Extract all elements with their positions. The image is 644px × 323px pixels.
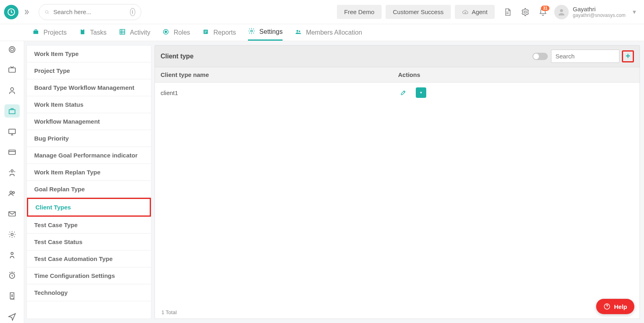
user-email: gayathri@snovasys.com — [573, 12, 625, 18]
svg-point-22 — [12, 191, 14, 193]
panel-title: Client type — [161, 53, 194, 60]
cell-name: client1 — [161, 89, 398, 96]
svg-rect-17 — [9, 110, 15, 114]
notifications-button[interactable]: 31 — [536, 5, 550, 19]
rail-settings[interactable] — [4, 228, 20, 241]
rail-mail[interactable] — [4, 207, 20, 220]
svg-point-11 — [297, 30, 299, 32]
gear-icon — [248, 27, 255, 36]
app-logo[interactable] — [4, 5, 19, 19]
nav-tabs: Projects Tasks Activity Roles Reports Se… — [0, 24, 644, 41]
clipboard-icon — [79, 28, 86, 37]
chevron-down-icon: ▾ — [633, 8, 636, 16]
side-client-types[interactable]: Client Types — [27, 198, 151, 217]
rail-tv[interactable] — [4, 63, 20, 77]
table-body: client1 1 Total — [155, 83, 640, 319]
user-menu[interactable]: Gayathri gayathri@snovasys.com ▾ — [554, 5, 636, 19]
rail-dashboard[interactable] — [4, 43, 20, 56]
panel-search-input[interactable] — [551, 50, 619, 63]
side-work-item-type[interactable]: Work Item Type — [27, 46, 151, 62]
people-icon — [295, 28, 302, 37]
side-time-config[interactable]: Time Configuration Settings — [27, 267, 151, 284]
global-search-input[interactable] — [54, 8, 130, 15]
tab-projects[interactable]: Projects — [32, 24, 67, 41]
settings-sidebar: Work Item Type Project Type Board Type W… — [27, 45, 151, 319]
nav-rail — [0, 41, 24, 323]
svg-rect-15 — [8, 68, 15, 72]
side-test-case-automation[interactable]: Test Case Automation Type — [27, 251, 151, 267]
side-board-type-workflow[interactable]: Board Type Workflow Management — [27, 79, 151, 96]
rail-monitor[interactable] — [4, 125, 20, 138]
svg-point-20 — [11, 170, 13, 172]
svg-point-14 — [10, 48, 13, 51]
tab-tasks[interactable]: Tasks — [79, 24, 107, 41]
rail-team[interactable] — [4, 186, 20, 200]
svg-point-8 — [165, 31, 167, 33]
help-button[interactable]: Help — [596, 299, 634, 314]
svg-rect-6 — [120, 29, 125, 34]
table-row: client1 — [155, 83, 640, 103]
rail-invoice[interactable] — [4, 289, 20, 302]
global-search[interactable]: i — [39, 4, 141, 20]
svg-point-16 — [10, 87, 13, 90]
rail-clock[interactable] — [4, 269, 20, 282]
svg-rect-18 — [8, 129, 15, 133]
total-count: 1 Total — [161, 309, 177, 315]
rail-card[interactable] — [4, 145, 20, 159]
target-icon — [162, 28, 169, 37]
cloud-upload-icon — [462, 9, 469, 15]
rail-profile[interactable] — [4, 248, 20, 261]
svg-point-2 — [524, 11, 526, 13]
tab-members-allocation[interactable]: Members Allocation — [295, 24, 362, 41]
side-test-case-type[interactable]: Test Case Type — [27, 217, 151, 234]
svg-point-25 — [11, 252, 13, 255]
tab-roles[interactable]: Roles — [162, 24, 190, 41]
customer-success-button[interactable]: Customer Success — [386, 5, 451, 19]
svg-point-3 — [560, 9, 563, 12]
rail-hr[interactable] — [4, 166, 20, 179]
svg-point-10 — [251, 30, 253, 32]
svg-point-1 — [45, 10, 48, 13]
svg-point-13 — [9, 46, 15, 52]
archive-button[interactable] — [416, 87, 426, 98]
svg-point-24 — [11, 233, 13, 236]
sidebar-toggle-icon[interactable] — [22, 7, 31, 17]
tab-reports[interactable]: Reports — [202, 24, 236, 41]
user-name: Gayathri — [573, 6, 625, 12]
rail-send[interactable] — [4, 310, 20, 323]
search-icon — [45, 8, 50, 16]
archived-toggle[interactable] — [533, 53, 548, 60]
side-work-item-status[interactable]: Work Item Status — [27, 96, 151, 113]
side-workflow-mgmt[interactable]: Workflow Management — [27, 113, 151, 130]
briefcase-icon — [32, 28, 39, 37]
side-test-case-status[interactable]: Test Case Status — [27, 234, 151, 251]
rail-user[interactable] — [4, 84, 20, 97]
side-technology[interactable]: Technology — [27, 284, 151, 301]
svg-rect-4 — [80, 29, 84, 34]
col-header-name: Client type name — [161, 71, 398, 78]
tab-activity[interactable]: Activity — [119, 24, 151, 41]
side-goal-perf[interactable]: Manage Goal Performance indicator — [27, 147, 151, 164]
tab-settings[interactable]: Settings — [248, 24, 283, 41]
side-bug-priority[interactable]: Bug Priority — [27, 130, 151, 147]
agent-button[interactable]: Agent — [455, 5, 495, 19]
settings-icon-button[interactable] — [518, 5, 533, 19]
avatar — [554, 5, 569, 19]
info-icon[interactable]: i — [130, 8, 136, 16]
side-goal-replan[interactable]: Goal Replan Type — [27, 181, 151, 198]
panel-header: Client type + — [155, 45, 640, 67]
edit-button[interactable] — [398, 87, 409, 98]
svg-rect-19 — [8, 150, 15, 154]
add-client-type-button[interactable]: + — [622, 50, 634, 62]
free-demo-button[interactable]: Free Demo — [337, 5, 382, 19]
side-work-item-replan[interactable]: Work Item Replan Type — [27, 164, 151, 181]
side-project-type[interactable]: Project Type — [27, 62, 151, 79]
col-header-actions: Actions — [398, 71, 634, 78]
table-header: Client type name Actions — [155, 67, 640, 83]
notification-badge: 31 — [541, 6, 549, 11]
document-icon-button[interactable] — [500, 5, 515, 19]
grid-icon — [119, 28, 126, 37]
rail-work[interactable] — [4, 104, 20, 118]
svg-rect-5 — [82, 29, 84, 30]
svg-point-21 — [10, 191, 12, 193]
